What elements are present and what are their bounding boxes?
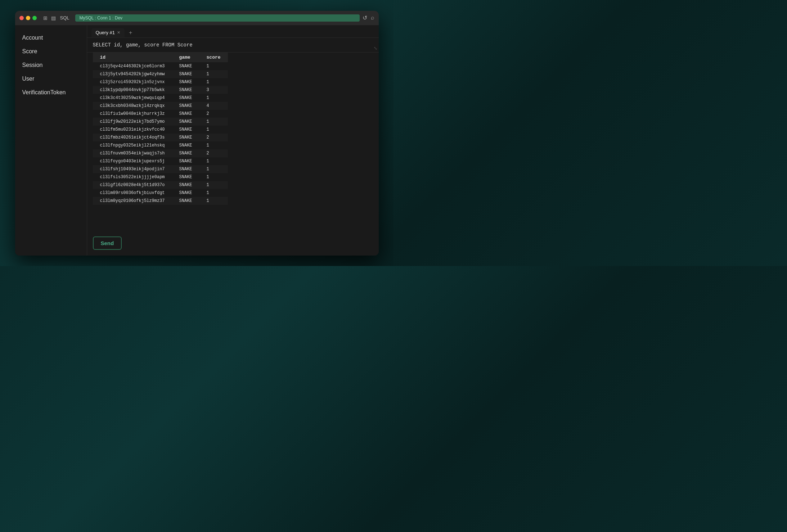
cell-game: SNAKE: [172, 102, 199, 110]
table-row: cl3lfsls30522eikjjjje0apmSNAKE1: [93, 173, 228, 181]
cell-score: 1: [199, 197, 228, 205]
cell-score: 1: [199, 157, 228, 165]
cell-score: 1: [199, 78, 228, 86]
cell-id: cl3k1ypdp0044nvkjp77b5wkk: [93, 86, 172, 94]
cell-score: 2: [199, 134, 228, 141]
table-row: cl3k3c4t30259wzkjewquiqp4SNAKE1: [93, 94, 228, 102]
table-row: cl3lfm5mu0231eikjzkvfcc40SNAKE1: [93, 126, 228, 134]
table-row: cl3lfmbz40261eikjct4oqf3sSNAKE2: [93, 134, 228, 141]
cell-id: cl3j5qv4z446302kjce6lorm3: [93, 62, 172, 70]
query-text[interactable]: SELECT id, game, score FROM Score: [93, 42, 373, 48]
refresh-icon[interactable]: ↺: [363, 14, 367, 21]
cell-id: cl3lfiu1w0048eikjhurrkj3z: [93, 110, 172, 118]
sidebar: AccountScoreSessionUserVerificationToken: [15, 25, 87, 256]
results-table-container: id game score cl3j5qv4z446302kjce6lorm3S…: [87, 53, 379, 234]
cell-id: cl3lfshj10493eikj4podjin7: [93, 165, 172, 173]
cell-score: 1: [199, 62, 228, 70]
col-header-id: id: [93, 53, 172, 62]
cell-id: cl3lfm5mu0231eikjzkvfcc40: [93, 126, 172, 134]
table-row: cl3lgfl6z0028e4kj5t1d937oSNAKE1: [93, 181, 228, 189]
col-header-game: game: [172, 53, 199, 62]
send-button[interactable]: Send: [93, 236, 122, 250]
query-editor[interactable]: SELECT id, game, score FROM Score ⤡: [87, 38, 379, 53]
traffic-lights: [19, 16, 37, 20]
cell-score: 1: [199, 94, 228, 102]
cell-id: cl3lfmbz40261eikjct4oqf3s: [93, 134, 172, 141]
sidebar-item[interactable]: VerificationToken: [15, 86, 87, 99]
cell-id: cl3k3cxbh0348wzkjl4zrqkqx: [93, 102, 172, 110]
table-row: cl3j5zroi459202kjln5zjvnxSNAKE1: [93, 78, 228, 86]
cell-score: 1: [199, 181, 228, 189]
table-row: cl3j5qv4z446302kjce6lorm3SNAKE1: [93, 62, 228, 70]
app-window: ⊞ ▤ SQL MySQL : Conn 1 : Dev ↺ ⌕ Account…: [15, 11, 379, 256]
table-row: cl3k3cxbh0348wzkjl4zrqkqxSNAKE4: [93, 102, 228, 110]
cell-game: SNAKE: [172, 189, 199, 197]
cell-score: 1: [199, 165, 228, 173]
close-button[interactable]: [19, 16, 24, 20]
cell-game: SNAKE: [172, 118, 199, 126]
cell-score: 2: [199, 149, 228, 157]
cell-game: SNAKE: [172, 94, 199, 102]
database-icon: ⊞: [43, 15, 48, 21]
cell-id: cl3lfoygo0403eikjupexrs5j: [93, 157, 172, 165]
tab-add-button[interactable]: +: [126, 28, 135, 37]
sql-label: SQL: [60, 15, 69, 21]
cell-id: cl3lfnpgy0325eikjl21ehskq: [93, 141, 172, 149]
query-area: Query #1 ✕ + SELECT id, game, score FROM…: [87, 25, 379, 256]
table-row: cl3lfshj10493eikj4podjin7SNAKE1: [93, 165, 228, 173]
tab-close-icon[interactable]: ✕: [117, 30, 120, 35]
sidebar-item[interactable]: Score: [15, 45, 87, 58]
table-row: cl3k1ypdp0044nvkjp77b5wkkSNAKE3: [93, 86, 228, 94]
table-row: cl3lfoygo0403eikjupexrs5jSNAKE1: [93, 157, 228, 165]
table-row: cl3lfnuvm0354eikjwaqjs7shSNAKE2: [93, 149, 228, 157]
cell-game: SNAKE: [172, 149, 199, 157]
resize-handle[interactable]: ⤡: [374, 46, 377, 51]
table-row: cl3lm0yqz0106ofkj5lz9mz37SNAKE1: [93, 197, 228, 205]
cell-game: SNAKE: [172, 78, 199, 86]
cell-id: cl3j5zroi459202kjln5zjvnx: [93, 78, 172, 86]
cell-game: SNAKE: [172, 165, 199, 173]
maximize-button[interactable]: [32, 16, 37, 20]
cell-score: 1: [199, 189, 228, 197]
sidebar-item[interactable]: Session: [15, 58, 87, 72]
titlebar: ⊞ ▤ SQL MySQL : Conn 1 : Dev ↺ ⌕: [15, 11, 379, 25]
tab-label: Query #1: [96, 30, 115, 35]
connection-badge[interactable]: MySQL : Conn 1 : Dev: [75, 14, 360, 22]
cell-score: 1: [199, 126, 228, 134]
search-icon[interactable]: ⌕: [371, 14, 374, 21]
cell-id: cl3k3c4t30259wzkjewquiqp4: [93, 94, 172, 102]
cell-game: SNAKE: [172, 197, 199, 205]
cell-game: SNAKE: [172, 126, 199, 134]
cell-score: 1: [199, 173, 228, 181]
sidebar-item[interactable]: User: [15, 72, 87, 86]
cell-id: cl3lgfl6z0028e4kj5t1d937o: [93, 181, 172, 189]
cell-game: SNAKE: [172, 181, 199, 189]
table-row: cl3lm09rs0036ofkjbiuvfdgtSNAKE1: [93, 189, 228, 197]
cell-id: cl3lfj9w20122eikj7bd57ymo: [93, 118, 172, 126]
table-row: cl3j5ytv9454202kjgw4zyhmwSNAKE1: [93, 70, 228, 78]
minimize-button[interactable]: [26, 16, 30, 20]
cell-id: cl3lfnuvm0354eikjwaqjs7sh: [93, 149, 172, 157]
table-header-row: id game score: [93, 53, 228, 62]
cell-game: SNAKE: [172, 70, 199, 78]
cell-id: cl3lfsls30522eikjjjje0apm: [93, 173, 172, 181]
cell-id: cl3lm09rs0036ofkjbiuvfdgt: [93, 189, 172, 197]
cell-game: SNAKE: [172, 141, 199, 149]
table-icon: ▤: [51, 15, 56, 21]
cell-game: SNAKE: [172, 134, 199, 141]
cell-game: SNAKE: [172, 110, 199, 118]
cell-score: 1: [199, 118, 228, 126]
tab-query1[interactable]: Query #1 ✕: [91, 28, 125, 37]
tabs-bar: Query #1 ✕ +: [87, 25, 379, 38]
titlebar-icons: ⊞ ▤: [43, 15, 56, 21]
results-tbody: cl3j5qv4z446302kjce6lorm3SNAKE1cl3j5ytv9…: [93, 62, 228, 205]
sidebar-item[interactable]: Account: [15, 31, 87, 45]
cell-game: SNAKE: [172, 62, 199, 70]
main-content: AccountScoreSessionUserVerificationToken…: [15, 25, 379, 256]
table-row: cl3lfiu1w0048eikjhurrkj3zSNAKE2: [93, 110, 228, 118]
cell-id: cl3j5ytv9454202kjgw4zyhmw: [93, 70, 172, 78]
cell-score: 2: [199, 110, 228, 118]
titlebar-actions: ↺ ⌕: [363, 14, 374, 21]
table-row: cl3lfj9w20122eikj7bd57ymoSNAKE1: [93, 118, 228, 126]
cell-score: 1: [199, 70, 228, 78]
